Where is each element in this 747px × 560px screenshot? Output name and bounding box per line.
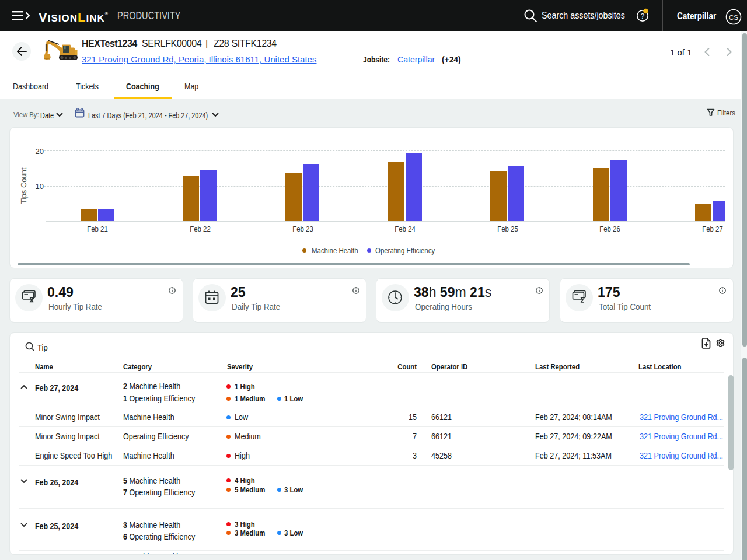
svg-text:CS: CS (729, 14, 738, 21)
svg-text:?: ? (641, 12, 645, 20)
